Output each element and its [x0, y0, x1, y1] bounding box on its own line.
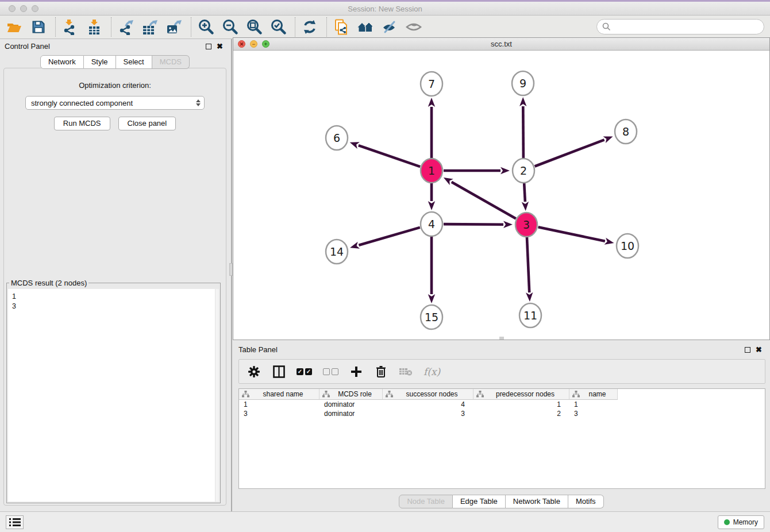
tab-network-table[interactable]: Network Table	[506, 495, 568, 508]
tab-style[interactable]: Style	[84, 55, 116, 69]
graph-edge-arrowhead	[605, 238, 614, 245]
export-network-icon	[118, 20, 134, 35]
graph-edge-arrowhead	[519, 97, 526, 106]
mcds-result-area[interactable]: 1 3	[8, 289, 219, 502]
main-toolbar	[0, 16, 770, 39]
zoom-out-button[interactable]	[221, 18, 238, 36]
run-mcds-button[interactable]: Run MCDS	[54, 117, 110, 130]
network-window-titlebar[interactable]: ✕ − + scc.txt	[233, 38, 769, 51]
table-cell[interactable]: dominator	[319, 400, 383, 409]
control-panel: Control Panel ✖ Network Style Select MCD…	[0, 39, 230, 511]
canvas-resize-handle[interactable]	[499, 337, 504, 340]
clone-network-icon	[334, 19, 349, 35]
graph-edge-arrowhead	[350, 242, 360, 249]
graph-edge[interactable]	[523, 106, 523, 159]
zoom-in-icon	[198, 19, 214, 36]
table-cell[interactable]: 3	[239, 409, 319, 418]
open-folder-icon	[7, 20, 22, 34]
graph-node-label: 11	[523, 309, 537, 322]
network-canvas[interactable]: 7968124314101511	[233, 51, 769, 340]
export-table-button[interactable]	[141, 18, 159, 36]
graph-node-label: 4	[428, 218, 435, 230]
tab-edge-table[interactable]: Edge Table	[453, 495, 506, 508]
graph-node-label: 10	[621, 240, 634, 252]
table-toolbar: ✓ ✓ f(x)	[238, 359, 765, 384]
tab-network[interactable]: Network	[40, 55, 84, 69]
delete-table-button	[399, 364, 413, 379]
graph-edge-arrowhead	[350, 142, 360, 149]
graph-edge[interactable]	[444, 224, 503, 225]
close-table-panel-icon[interactable]: ✖	[756, 345, 762, 354]
table-cell[interactable]: 1	[239, 400, 319, 409]
graph-node-label: 1	[428, 164, 435, 177]
graph-edge[interactable]	[524, 183, 525, 202]
unchecked-box-icon	[332, 368, 338, 375]
search-input[interactable]	[614, 22, 764, 31]
homes-button[interactable]	[357, 18, 374, 36]
graph-edge[interactable]	[359, 145, 420, 167]
table-cell[interactable]: 3	[569, 409, 618, 418]
graph-edge-arrowhead	[428, 201, 435, 210]
close-panel-button[interactable]: Close panel	[118, 117, 176, 130]
table-cell[interactable]: dominator	[319, 409, 383, 418]
table-cell[interactable]: 2	[473, 409, 569, 418]
import-network-icon	[63, 20, 78, 35]
float-panel-icon[interactable]	[206, 44, 211, 49]
column-header-MCDS-role[interactable]: MCDS role	[319, 389, 383, 400]
float-table-panel-icon[interactable]	[745, 347, 750, 353]
table-row[interactable]: 1dominator411	[239, 400, 765, 409]
zoom-fit-button[interactable]	[245, 18, 263, 36]
search-box[interactable]	[596, 19, 764, 34]
tab-select[interactable]: Select	[116, 55, 152, 69]
tab-node-table[interactable]: Node Table	[399, 495, 453, 508]
window-titlebar: Session: New Session	[0, 0, 770, 16]
deselect-all-button[interactable]	[323, 364, 338, 379]
memory-button[interactable]: Memory	[718, 515, 764, 529]
close-panel-icon[interactable]: ✖	[217, 42, 223, 51]
table-cell[interactable]: 4	[383, 400, 473, 409]
column-header-predecessor-nodes[interactable]: predecessor nodes	[473, 389, 569, 400]
zoom-in-button[interactable]	[197, 18, 214, 36]
column-header-successor-nodes[interactable]: successor nodes	[383, 389, 473, 400]
show-columns-button[interactable]	[272, 364, 286, 379]
graph-edge[interactable]	[538, 227, 605, 241]
export-network-button[interactable]	[117, 18, 134, 36]
tab-mcds[interactable]: MCDS	[152, 55, 190, 69]
table-cell[interactable]: 1	[473, 400, 569, 409]
graph-svg: 7968124314101511	[233, 51, 769, 340]
table-row[interactable]: 3dominator323	[239, 409, 765, 418]
import-table-button[interactable]	[86, 18, 103, 36]
hierarchy-icon	[386, 391, 393, 398]
save-session-button[interactable]	[30, 18, 47, 36]
graph-edge[interactable]	[535, 140, 605, 166]
clone-network-button[interactable]	[333, 18, 350, 36]
criterion-select[interactable]: strongly connected component	[25, 96, 205, 110]
mcds-result-group: MCDS result (2 nodes) 1 3	[6, 283, 221, 503]
column-header-name[interactable]: name	[569, 389, 618, 400]
column-header-shared-name[interactable]: shared name	[239, 389, 319, 400]
graph-edge[interactable]	[527, 237, 529, 292]
zoom-selected-button[interactable]	[270, 18, 287, 36]
task-history-button[interactable]	[6, 515, 24, 529]
table-cell[interactable]: 1	[569, 400, 618, 409]
import-network-button[interactable]	[61, 18, 79, 36]
refresh-layout-button[interactable]	[301, 18, 318, 36]
select-all-button[interactable]: ✓ ✓	[297, 364, 312, 379]
graph-edge[interactable]	[359, 228, 419, 245]
tab-motifs[interactable]: Motifs	[568, 495, 604, 508]
optimization-criterion-label: Optimization criterion:	[4, 81, 226, 90]
graph-node-label: 9	[519, 77, 526, 90]
eye-slash-button[interactable]	[381, 18, 398, 36]
toolbar-separator	[191, 17, 191, 37]
add-column-button[interactable]	[349, 364, 363, 379]
eye-button[interactable]	[405, 18, 422, 36]
table-settings-button[interactable]	[247, 364, 261, 379]
result-scrollbar[interactable]	[215, 289, 219, 502]
gear-icon	[248, 365, 260, 378]
eye-slash-icon	[382, 20, 397, 34]
table-cell[interactable]: 3	[383, 409, 473, 418]
export-image-button[interactable]	[165, 18, 183, 36]
graph-edge[interactable]	[452, 182, 516, 219]
open-session-button[interactable]	[6, 18, 23, 36]
delete-column-button[interactable]	[374, 364, 388, 379]
